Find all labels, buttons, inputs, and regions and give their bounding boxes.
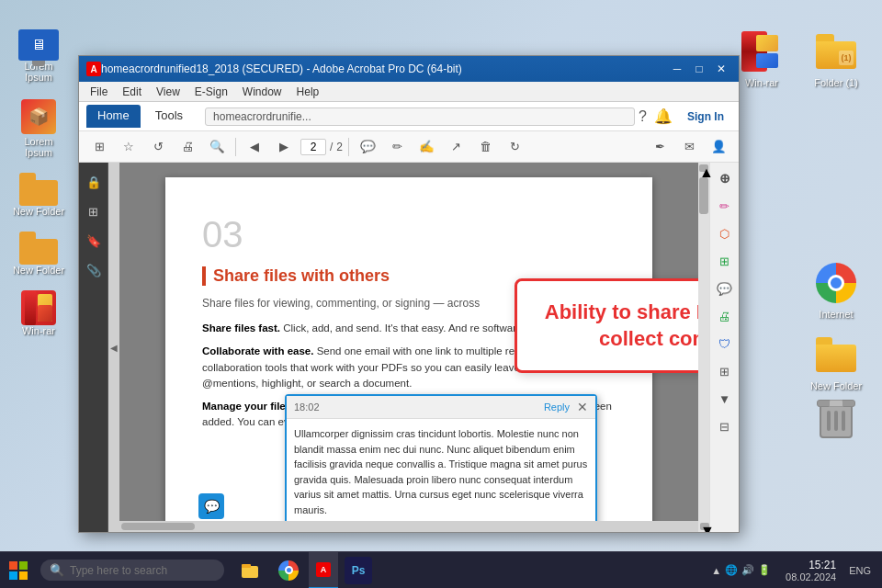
address-bar[interactable] [205, 107, 635, 126]
scroll-thumb[interactable] [699, 177, 708, 214]
sign-button[interactable]: ✍ [413, 134, 439, 160]
print-button[interactable]: 🖨 [175, 134, 200, 160]
desktop-icon-trash[interactable] [808, 393, 864, 448]
pdf-toolbar: ⊞ ☆ ↺ 🖨 🔍 ◀ ▶ / 2 💬 ✏ ✍ ↗ 🗑 ↻ ✒ ✉ 👤 [79, 131, 739, 163]
svg-rect-3 [19, 571, 28, 580]
desktop-icon-winrar-left[interactable]: Win-rar [7, 287, 70, 340]
desktop-icon-new-folder-2[interactable]: New Folder [7, 228, 70, 279]
help-icon[interactable]: ? [639, 108, 647, 125]
acrobat-taskbar-icon: A [316, 562, 331, 577]
horizontal-scrollbar[interactable] [119, 521, 698, 532]
close-button[interactable]: ✕ [711, 61, 731, 77]
rotate-button[interactable]: ↺ [145, 134, 171, 160]
taskbar-ps-btn[interactable]: Ps [340, 552, 377, 589]
scroll-up-btn[interactable]: ▲ [699, 164, 708, 172]
nav-right: ? 🔔 Sign In [639, 107, 731, 125]
maximize-button[interactable]: □ [689, 61, 709, 77]
page-navigation: / 2 [300, 139, 343, 155]
callout-text: Ability to share PDF files and collect c… [539, 300, 698, 352]
comment-popup: 18:02 Reply ✕ Ullamcorper dignissim cras… [285, 394, 597, 521]
tab-tools[interactable]: Tools [144, 105, 194, 128]
desktop-icon-new-folder-1[interactable]: New Folder [7, 169, 70, 220]
minimize-button[interactable]: ─ [667, 61, 687, 77]
folder-top-label: Folder (1) [814, 77, 858, 88]
battery-icon[interactable]: 🔋 [758, 564, 771, 576]
refresh-button[interactable]: ↻ [502, 134, 527, 160]
menu-file[interactable]: File [83, 84, 115, 100]
desktop-icon-lorem-winrar[interactable]: 📦 Lorem Ipsum [7, 94, 70, 162]
chat-rt-btn[interactable]: 💬 [713, 277, 737, 300]
search-input[interactable] [70, 564, 198, 577]
menu-view[interactable]: View [149, 84, 187, 100]
pen-tool-button[interactable]: ✒ [647, 134, 673, 160]
taskbar-search[interactable]: 🔍 [40, 560, 224, 581]
spreadsheet-rt-btn[interactable]: ⊞ [713, 249, 737, 273]
sidebar-rt-btn[interactable]: ⊟ [713, 414, 737, 438]
desktop-icon-internet[interactable]: Internet [803, 257, 869, 323]
taskbar-acrobat-btn[interactable]: A [309, 552, 338, 589]
taskbar-explorer-btn[interactable] [232, 552, 268, 589]
reply-button[interactable]: Reply [544, 401, 570, 413]
svg-rect-2 [9, 571, 17, 580]
print-setup-button[interactable]: ⊞ [86, 134, 112, 160]
lock-tool[interactable]: 🔒 [82, 170, 106, 194]
network-icon[interactable]: 🌐 [725, 564, 738, 576]
expand-rt-btn[interactable]: ▼ [713, 387, 737, 411]
comment-rt-btn[interactable]: ✏ [713, 194, 737, 218]
paragraph-3-bold: Manage your files. [202, 401, 294, 412]
taskbar-chrome-btn[interactable] [270, 552, 307, 589]
clock[interactable]: 15:21 08.02.2024 [780, 559, 842, 582]
menu-window[interactable]: Window [235, 84, 289, 100]
page-number-display: 03 [202, 214, 616, 255]
vertical-scrollbar[interactable]: ▲ ▼ [698, 163, 709, 532]
desktop-icon-new-folder-right[interactable]: New Folder [803, 329, 869, 395]
share-button[interactable]: ✉ [676, 134, 702, 160]
notification-icon[interactable]: 🔔 [654, 107, 673, 125]
windows-logo-icon [9, 561, 28, 580]
bookmark-rt-btn[interactable]: ⊞ [713, 359, 737, 383]
layers-tool[interactable]: ⊞ [82, 199, 106, 223]
page-total: 2 [336, 141, 343, 153]
zoom-in-btn[interactable]: ⊕ [713, 166, 737, 190]
attach-tool[interactable]: 📎 [82, 258, 106, 282]
volume-icon[interactable]: 🔊 [741, 564, 754, 576]
desktop-icon-lorem-monitor[interactable]: 🖥 Lorem Ipsum [7, 26, 70, 86]
page-separator: / [330, 141, 333, 153]
sign-in-button[interactable]: Sign In [680, 108, 731, 125]
tab-home[interactable]: Home [86, 105, 141, 128]
comment-button[interactable]: 💬 [355, 134, 380, 160]
shield-rt-btn[interactable]: 🛡 [713, 332, 737, 356]
desktop-icon-folder-top[interactable]: (1) Folder (1) [803, 26, 869, 92]
highlight-button[interactable]: ✏ [384, 134, 410, 160]
delete-button[interactable]: 🗑 [472, 134, 498, 160]
internet-label: Internet [819, 309, 853, 320]
explorer-icon [240, 560, 260, 581]
up-arrow-icon[interactable]: ▲ [711, 565, 721, 576]
comment-time: 18:02 [294, 401, 544, 413]
next-page-button[interactable]: ▶ [271, 134, 297, 160]
horizontal-scroll-thumb[interactable] [121, 523, 195, 530]
close-comment-button[interactable]: ✕ [577, 400, 588, 414]
paragraph-1-bold: Share files fast. [202, 322, 280, 334]
cursor-button[interactable]: ↗ [443, 134, 469, 160]
scroll-left-btn[interactable]: ◀ [108, 163, 119, 532]
page-number-input[interactable] [300, 139, 326, 155]
taskbar-right: ▲ 🌐 🔊 🔋 15:21 08.02.2024 ENG [706, 559, 882, 582]
comment-icon[interactable]: 💬 [198, 493, 224, 519]
print-rt-btn[interactable]: 🖨 [713, 304, 737, 328]
menu-help[interactable]: Help [289, 84, 327, 100]
menu-esign[interactable]: E-Sign [187, 84, 235, 100]
menu-bar: File Edit View E-Sign Window Help [79, 82, 739, 102]
export-rt-btn[interactable]: ⬡ [713, 221, 737, 245]
search-button[interactable]: 🔍 [204, 134, 230, 160]
prev-page-button[interactable]: ◀ [242, 134, 267, 160]
bookmark-tool[interactable]: 🔖 [82, 229, 106, 253]
language-indicator[interactable]: ENG [845, 565, 875, 576]
menu-edit[interactable]: Edit [115, 84, 149, 100]
start-button[interactable] [0, 552, 37, 589]
acrobat-logo-icon: A [86, 62, 101, 76]
svg-rect-0 [9, 561, 17, 570]
bookmark-button[interactable]: ☆ [116, 134, 141, 160]
scroll-down-btn[interactable]: ▼ [700, 523, 709, 530]
account-button[interactable]: 👤 [706, 134, 731, 160]
